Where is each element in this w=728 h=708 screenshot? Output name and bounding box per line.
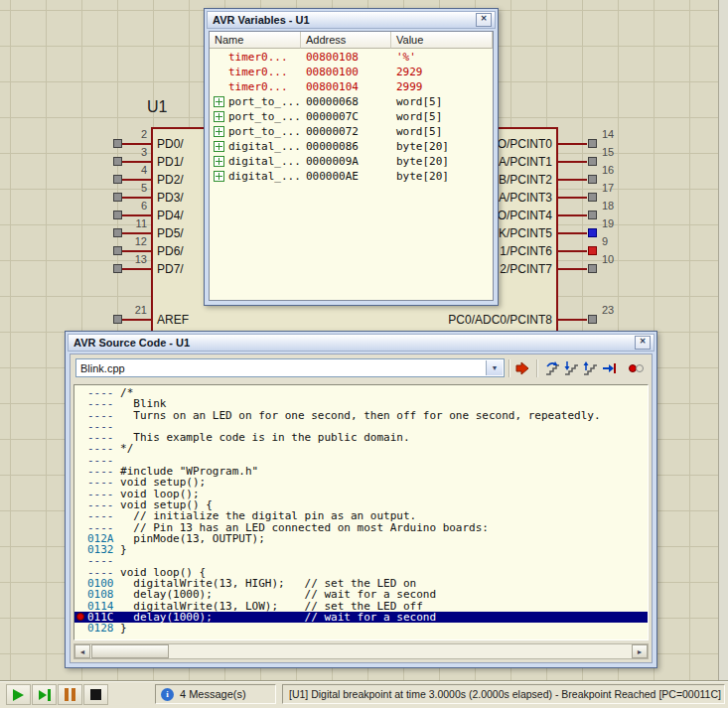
pin-label: PD4/ <box>157 209 184 222</box>
variable-value: byte[20] <box>391 170 493 183</box>
expand-plus-icon[interactable] <box>214 156 224 167</box>
pin-label: PD3/ <box>157 191 184 205</box>
step-icon <box>39 690 47 700</box>
variable-row[interactable]: digital_...000000AEbyte[20] <box>210 169 493 184</box>
stop-icon <box>90 689 101 700</box>
step-over-icon[interactable] <box>543 359 561 377</box>
play-icon <box>13 689 24 701</box>
line-code: } <box>114 622 127 635</box>
pin-number: 6 <box>117 200 147 212</box>
variables-header-row: Name Address Value <box>210 32 493 49</box>
source-code-area[interactable]: ---- /*---- Blink---- Turns on an LED on… <box>73 384 649 640</box>
message-panel[interactable]: 4 Message(s) <box>155 684 276 704</box>
source-window-title: AVR Source Code - U1 <box>73 337 190 349</box>
variable-row[interactable]: digital_...00000086byte[20] <box>210 139 493 154</box>
pin-state-box <box>588 139 597 148</box>
code-line[interactable]: ---- */ <box>74 443 648 454</box>
variable-row[interactable]: timer0...00800108'%' <box>210 50 493 65</box>
close-icon[interactable] <box>476 13 492 27</box>
variables-window-titlebar[interactable]: AVR Variables - U1 <box>207 11 496 29</box>
expand-plus-icon[interactable] <box>214 141 224 152</box>
expand-plus-icon[interactable] <box>214 126 224 137</box>
pin-label: PD7/ <box>157 262 184 276</box>
variable-value: '%' <box>391 51 493 64</box>
close-icon[interactable] <box>635 336 651 350</box>
code-line[interactable]: 012A pinMode(13, OUTPUT); <box>74 533 648 544</box>
variable-name: timer0... <box>228 51 288 64</box>
pin-number: 23 <box>602 304 632 316</box>
variable-name: timer0... <box>228 80 288 93</box>
pin-wire <box>122 161 151 163</box>
pin-label: AREF <box>157 313 189 327</box>
variable-address: 000000AE <box>301 170 391 183</box>
toolbar-separator <box>509 359 510 377</box>
debug-toolbar: Blink.cpp <box>71 354 652 382</box>
pin-number: 15 <box>602 146 632 158</box>
variable-address: 0000007C <box>301 110 391 123</box>
source-file-select[interactable]: Blink.cpp <box>75 358 505 377</box>
simulation-control-bar: 4 Message(s) [U1] Digital breakpoint at … <box>0 680 728 708</box>
variable-row[interactable]: timer0...008001042999 <box>210 79 493 94</box>
pin-state-box <box>588 264 597 273</box>
step-button[interactable] <box>32 684 57 705</box>
pin-wire <box>558 161 587 163</box>
toggle-breakpoint-icon[interactable] <box>627 359 645 377</box>
variable-value: 2929 <box>391 66 493 78</box>
chevron-down-icon[interactable] <box>486 360 503 375</box>
expand-plus-icon[interactable] <box>214 171 224 182</box>
code-line[interactable]: ---- <box>74 635 648 640</box>
variable-row[interactable]: timer0...008001002929 <box>210 65 493 79</box>
pin-wire <box>558 214 587 216</box>
source-window-titlebar[interactable]: AVR Source Code - U1 <box>68 334 655 352</box>
pin-number: 21 <box>117 304 147 316</box>
horizontal-scrollbar[interactable] <box>73 643 649 659</box>
pin-wire <box>558 179 587 181</box>
variable-name-cell: port_to_... <box>210 110 301 123</box>
source-window-body: Blink.cpp <box>70 354 653 663</box>
variable-address: 00000072 <box>301 125 391 138</box>
column-header-name[interactable]: Name <box>210 32 301 49</box>
line-code: Turns on an LED on for one second, then … <box>114 409 601 422</box>
pin-wire <box>122 179 151 181</box>
code-line[interactable]: 011C delay(1000); // wait for a second <box>74 612 648 623</box>
pause-button[interactable] <box>58 684 82 705</box>
code-line[interactable]: ---- This example code is in the public … <box>74 432 648 443</box>
debug-run-icon[interactable] <box>513 359 531 377</box>
scroll-left-icon[interactable] <box>74 644 90 658</box>
play-button[interactable] <box>6 684 31 705</box>
pin-number: 4 <box>117 164 147 176</box>
pin-label: PD0/ <box>157 137 184 151</box>
variable-row[interactable]: port_to_...00000068word[5] <box>210 94 493 109</box>
expand-plus-icon[interactable] <box>214 96 224 107</box>
column-header-value[interactable]: Value <box>391 32 493 49</box>
breakpoint-dot[interactable] <box>76 613 84 621</box>
code-line[interactable]: 0132 } <box>74 544 648 555</box>
code-line[interactable]: 0128 } <box>74 623 648 634</box>
pin-number: 9 <box>602 235 632 247</box>
pin-wire <box>558 197 587 199</box>
pin-label: PD1/ <box>157 155 184 169</box>
variable-name: digital_... <box>228 170 301 183</box>
scrollbar-thumb[interactable] <box>91 644 169 658</box>
pin-number: 10 <box>602 253 632 265</box>
pin-number: 13 <box>117 253 147 265</box>
pause-icon <box>72 688 75 701</box>
variable-row[interactable]: digital_...0000009Abyte[20] <box>210 154 493 169</box>
pin-state-box <box>588 228 597 237</box>
stop-button[interactable] <box>83 684 108 705</box>
step-out-icon[interactable] <box>581 359 599 377</box>
variable-name: port_to_... <box>228 95 301 108</box>
pin-wire <box>558 268 587 270</box>
variable-address: 00800100 <box>301 66 391 78</box>
column-header-address[interactable]: Address <box>301 32 391 49</box>
run-to-cursor-icon[interactable] <box>600 359 618 377</box>
line-code: delay(1000); // wait for a second <box>114 611 437 624</box>
code-line[interactable]: ---- Turns on an LED on for one second, … <box>74 410 648 421</box>
variable-row[interactable]: port_to_...00000072word[5] <box>210 124 493 139</box>
pin-label: PC0/ADC0/PCINT8 <box>433 313 552 327</box>
expand-plus-icon[interactable] <box>214 111 224 122</box>
step-into-icon[interactable] <box>562 359 580 377</box>
scroll-right-icon[interactable] <box>632 644 648 658</box>
variable-row[interactable]: port_to_...0000007Cword[5] <box>210 109 493 124</box>
pin-wire <box>122 250 151 252</box>
